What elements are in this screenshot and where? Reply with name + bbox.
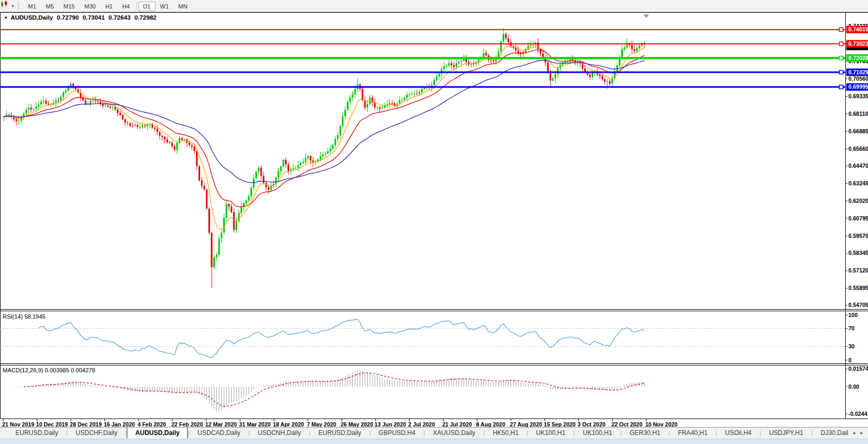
level-price-label: 0.74019	[848, 26, 868, 32]
symbol-tab-eurusd-daily[interactable]: EURUSD,Daily	[7, 428, 66, 438]
rsi-pane: 10070300RSI(14) 58.1945	[0, 312, 858, 363]
price-tick-label: 0.57120	[848, 267, 868, 274]
price-tick-label: 0.62020	[848, 198, 868, 204]
timeframe-toolbar: ▾ M1M5M15M30H1H4D1W1MN	[0, 0, 868, 12]
price-tick-label: 0.64470	[848, 163, 868, 169]
macd-pane: 0.0157410.00-0.024412MACD(12,26,9) 0.003…	[3, 365, 868, 416]
macd-signal-line	[24, 373, 645, 406]
timeframe-button-m5[interactable]: M5	[41, 2, 58, 11]
tabs-scroll-right-icon[interactable]: ►	[860, 431, 864, 436]
date-tick-label: 7 May 2020	[307, 421, 336, 427]
chart-type-dropdown-caret[interactable]: ▾	[12, 4, 14, 8]
chart-tabs: EURUSD,Daily|USDCHF,Daily|AUDUSD,Daily|U…	[0, 428, 868, 439]
rsi-line	[39, 319, 645, 358]
date-tick-label: 10 Dec 2019	[36, 421, 68, 427]
chart-frame	[0, 12, 868, 419]
timeframe-buttons: M1M5M15M30H1H4D1W1MN	[23, 1, 192, 11]
symbol-tab-usdcad-daily[interactable]: USDCAD,Daily	[189, 428, 248, 438]
ma-mid-line	[4, 50, 645, 207]
price-chart-canvas: 10070300RSI(14) 58.19450.0157410.00-0.02…	[0, 12, 868, 427]
date-tick-label: 22 Oct 2020	[611, 421, 643, 427]
date-tick-label: 4 Feb 2020	[137, 421, 166, 427]
timeframe-button-h1[interactable]: H1	[100, 2, 117, 11]
chart-window: ▼AUDUSD,Daily 0.72790 0.73041 0.72643 0.…	[0, 12, 868, 427]
price-tick-label: 0.70560	[848, 75, 868, 82]
date-tick-label: 10 Nov 2020	[645, 421, 678, 427]
price-tick-label: 0.54705	[848, 302, 868, 308]
timeframe-button-h4[interactable]: H4	[117, 2, 134, 11]
symbol-tab-uk100-h1[interactable]: UK100,H1	[528, 428, 573, 438]
level-handle[interactable]	[839, 85, 843, 89]
rsi-tick-label: 30	[848, 343, 855, 349]
chart-icon[interactable]	[2, 2, 11, 10]
symbol-tab-usdjpy-h1[interactable]: USDJPY,H1	[761, 428, 811, 438]
symbol-tab-hk50-h1[interactable]: HK50,H1	[485, 428, 527, 438]
date-tick-label: 8 Aug 2020	[476, 421, 505, 427]
collapse-caret-icon[interactable]: ▼	[4, 15, 8, 20]
rsi-label: RSI(14) 58.1945	[3, 313, 46, 320]
price-tick-label: 0.68110	[848, 110, 868, 117]
price-tick-label: 0.58345	[848, 250, 868, 256]
date-tick-label: 13 Jun 2020	[375, 421, 406, 427]
price-tick-label: 0.59570	[848, 233, 868, 239]
timeframe-button-d1[interactable]: D1	[138, 2, 155, 11]
chart-shift-marker-icon	[644, 14, 649, 18]
date-tick-label: 27 Aug 2020	[510, 421, 542, 427]
date-tick-label: 18 Apr 2020	[273, 421, 304, 427]
horizontal-levels-layer	[0, 28, 845, 89]
date-tick-label: 26 May 2020	[341, 421, 373, 427]
timeframe-button-w1[interactable]: W1	[155, 2, 174, 11]
toolbar-separator	[136, 1, 137, 10]
symbol-tab-gbpusd-h4[interactable]: GBPUSD,H4	[371, 428, 423, 438]
symbol-tab-usdcnh-daily[interactable]: USDCNH,Daily	[250, 428, 309, 438]
price-tick-label: 0.63245	[848, 180, 868, 186]
date-tick-label: 22 Feb 2020	[171, 421, 203, 427]
symbol-tab-eurusd-daily[interactable]: EURUSD,Daily	[310, 428, 369, 438]
chart-icon-glyph	[0, 0, 8, 8]
symbol-tab-uk100-h1[interactable]: UK100,H1	[575, 428, 620, 438]
status-bar	[0, 439, 868, 444]
level-handle[interactable]	[839, 28, 843, 31]
level-handle[interactable]	[839, 56, 843, 60]
symbol-tab-fra40-h1[interactable]: FRA40,H1	[670, 428, 716, 438]
level-handle[interactable]	[839, 71, 843, 74]
date-tick-label: 28 Dec 2019	[70, 421, 102, 427]
macd-label: MACD(12,26,9) 0.003985 0.004278	[3, 367, 95, 373]
tabs-scroll-left-icon[interactable]: ◄	[852, 431, 856, 436]
level-price-label: 0.72026	[848, 55, 868, 61]
ohlc-high: 0.73041	[83, 14, 105, 21]
macd-tick-label: 0.00	[848, 383, 860, 390]
chart-symbol-label: AUDUSD,Daily	[11, 14, 53, 21]
timeframe-button-mn[interactable]: MN	[173, 2, 192, 11]
ohlc-close: 0.72982	[134, 14, 157, 21]
timeframe-button-m30[interactable]: M30	[80, 2, 100, 11]
rsi-tick-label: 70	[848, 325, 855, 331]
date-tick-label: 31 Mar 2020	[239, 421, 271, 427]
price-tick-label: 0.66885	[848, 128, 868, 134]
chart-ohlc-header: ▼AUDUSD,Daily 0.72790 0.73041 0.72643 0.…	[4, 14, 159, 21]
price-axis: 0.742350.730100.717850.705600.693350.681…	[845, 23, 868, 308]
level-handle[interactable]	[839, 42, 843, 46]
candles-layer	[3, 28, 645, 288]
symbol-tab-ger30-h1[interactable]: GER30,H1	[622, 428, 669, 438]
chart-tabs-bar: EURUSD,Daily|USDCHF,Daily|AUDUSD,Daily|U…	[0, 427, 868, 439]
date-tick-label: 3 Oct 2020	[578, 421, 606, 427]
timeframe-button-m15[interactable]: M15	[59, 2, 80, 11]
symbol-tab-usdchf-daily[interactable]: USDCHF,Daily	[68, 428, 126, 438]
price-tick-label: 0.69335	[848, 93, 868, 99]
level-price-label: 0.71029	[848, 69, 868, 75]
ohlc-open: 0.72790	[57, 14, 79, 21]
timeframe-button-m1[interactable]: M1	[23, 2, 41, 11]
price-tick-label: 0.60795	[848, 215, 868, 221]
tabs-scroller: ◄ ►	[848, 428, 867, 439]
symbol-tab-xauusd-daily[interactable]: XAUUSD,Daily	[425, 428, 483, 438]
toolbar-grip[interactable]	[18, 2, 19, 10]
date-tick-label: 2 Jul 2020	[409, 421, 435, 427]
symbol-tab-usoil-h4[interactable]: USOil,H4	[717, 428, 760, 438]
price-tick-label: 0.55895	[848, 285, 868, 291]
symbol-tab-audusd-daily[interactable]: AUDUSD,Daily	[127, 427, 188, 439]
ohlc-low: 0.72643	[109, 14, 131, 21]
macd-tick-label: -0.024412	[848, 411, 868, 417]
rsi-tick-label: 100	[848, 312, 858, 318]
date-tick-label: 21 Jul 2020	[442, 421, 472, 427]
